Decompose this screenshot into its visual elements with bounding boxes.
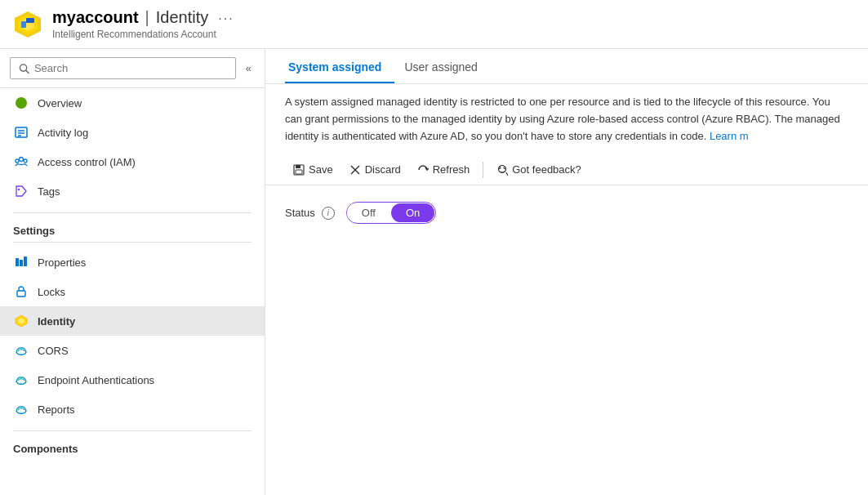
locks-icon — [13, 283, 29, 300]
save-icon — [293, 164, 305, 176]
nav-reports[interactable]: Reports — [0, 395, 265, 424]
toggle-off-option[interactable]: Off — [347, 203, 390, 222]
nav-locks-label: Locks — [38, 286, 65, 298]
search-box[interactable] — [10, 57, 236, 79]
content-area: System assigned User assigned A system a… — [265, 49, 868, 495]
more-icon[interactable]: ··· — [218, 11, 234, 26]
settings-divider — [13, 212, 251, 213]
status-section: Status i Off On — [265, 185, 868, 240]
nav-endpoint-auth[interactable]: Endpoint Authentications — [0, 365, 265, 395]
header: myaccount | Identity ··· Intelligent Rec… — [0, 0, 868, 49]
refresh-button[interactable]: Refresh — [409, 159, 479, 180]
nav-identity-label: Identity — [38, 315, 75, 328]
svg-point-29 — [499, 167, 501, 168]
nav-reports-label: Reports — [38, 404, 75, 416]
components-divider — [13, 430, 251, 431]
components-section-header: Components — [0, 435, 265, 460]
refresh-icon — [417, 164, 429, 176]
header-subtitle: Intelligent Recommendations Account — [52, 29, 234, 40]
feedback-icon — [496, 164, 508, 176]
app-logo-icon — [13, 10, 42, 39]
nav-tags[interactable]: Tags — [0, 176, 265, 206]
settings-header-divider — [13, 242, 251, 243]
cors-icon — [13, 342, 29, 359]
svg-rect-25 — [296, 170, 302, 174]
description-text: A system assigned managed identity is re… — [285, 94, 840, 145]
svg-point-30 — [504, 167, 505, 168]
nav-properties[interactable]: Properties — [0, 247, 265, 277]
svg-point-8 — [16, 97, 27, 109]
svg-rect-24 — [296, 165, 300, 168]
nav-identity[interactable]: Identity — [0, 306, 265, 336]
identity-icon — [13, 313, 29, 329]
learn-more-link[interactable]: Learn m — [710, 130, 749, 142]
header-separator: | — [145, 8, 149, 27]
svg-point-13 — [20, 158, 24, 162]
nav-overview-label: Overview — [38, 97, 82, 109]
nav-activity-log[interactable]: Activity log — [0, 118, 265, 147]
nav-activity-log-label: Activity log — [38, 127, 88, 139]
settings-section-header: Settings — [0, 216, 265, 242]
status-label: Status — [285, 207, 315, 219]
toolbar: Save Discard Refresh — [265, 154, 868, 185]
svg-rect-19 — [24, 256, 27, 266]
toggle-on-option[interactable]: On — [391, 203, 434, 222]
nav-overview[interactable]: Overview — [0, 88, 265, 118]
feedback-button[interactable]: Got feedback? — [488, 159, 590, 180]
discard-icon — [349, 164, 361, 176]
toolbar-divider — [483, 162, 483, 178]
reports-icon — [13, 401, 29, 417]
nav-endpoint-auth-label: Endpoint Authentications — [38, 374, 154, 386]
search-input[interactable] — [34, 62, 227, 74]
tab-bar: System assigned User assigned — [265, 52, 868, 84]
svg-point-15 — [24, 159, 27, 163]
endpoint-auth-icon — [13, 372, 29, 388]
nav-tags-label: Tags — [38, 185, 60, 198]
info-icon[interactable]: i — [322, 207, 335, 220]
sidebar: « Overview Activity log — [0, 49, 265, 495]
resource-type: Identity — [156, 8, 208, 27]
svg-rect-18 — [20, 260, 23, 266]
discard-button[interactable]: Discard — [341, 159, 409, 180]
save-button[interactable]: Save — [285, 159, 341, 180]
svg-rect-4 — [21, 21, 26, 28]
nav-access-control[interactable]: Access control (IAM) — [0, 147, 265, 176]
collapse-icon[interactable]: « — [243, 59, 255, 78]
svg-line-7 — [26, 70, 29, 73]
svg-rect-5 — [26, 18, 34, 23]
properties-icon — [13, 254, 29, 270]
access-control-icon — [13, 154, 29, 170]
svg-line-31 — [506, 172, 508, 176]
nav-properties-label: Properties — [38, 256, 86, 269]
nav-access-control-label: Access control (IAM) — [38, 156, 136, 168]
tab-user-assigned[interactable]: User assigned — [401, 52, 491, 83]
search-icon — [19, 63, 29, 74]
svg-rect-17 — [16, 258, 19, 266]
tab-system-assigned[interactable]: System assigned — [285, 52, 394, 83]
svg-rect-20 — [17, 291, 25, 297]
svg-point-16 — [18, 189, 20, 190]
toggle-switch[interactable]: Off On — [346, 202, 436, 224]
main-layout: « Overview Activity log — [0, 49, 868, 495]
status-row: Status i Off On — [285, 202, 848, 224]
account-name: myaccount — [52, 8, 139, 27]
overview-icon — [13, 95, 29, 111]
tags-icon — [13, 183, 29, 199]
nav-cors[interactable]: CORS — [0, 336, 265, 365]
header-title-group: myaccount | Identity ··· Intelligent Rec… — [52, 8, 234, 40]
nav-locks[interactable]: Locks — [0, 277, 265, 306]
search-container: « — [0, 49, 265, 88]
activity-log-icon — [13, 124, 29, 140]
content-inner: A system assigned managed identity is re… — [265, 84, 868, 145]
svg-point-14 — [16, 159, 19, 163]
nav-cors-label: CORS — [38, 345, 69, 357]
